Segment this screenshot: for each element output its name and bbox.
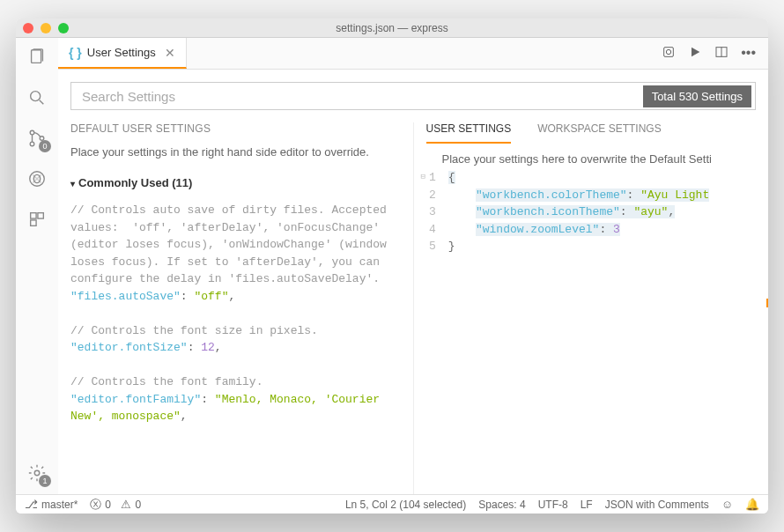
- svg-line-2: [40, 100, 44, 105]
- line-1: {: [448, 171, 455, 184]
- settings-gear-icon[interactable]: 1: [25, 461, 49, 485]
- comment-fontfamily: // Controls the font family.: [70, 373, 401, 391]
- indentation[interactable]: Spaces: 4: [478, 499, 525, 511]
- svg-rect-12: [664, 47, 674, 56]
- split-view: DEFAULT USER SETTINGS Place your setting…: [58, 122, 768, 494]
- git-branch[interactable]: ⎇master*: [25, 498, 78, 511]
- more-actions-icon[interactable]: •••: [741, 45, 756, 63]
- traffic-lights: [23, 23, 69, 33]
- minimap-indicator: [766, 299, 768, 307]
- key-autosave: "files.autoSave": [70, 290, 181, 303]
- line-gutter: ⊟1 2 3 4 5: [414, 169, 448, 255]
- encoding[interactable]: UTF-8: [538, 499, 568, 511]
- maximize-window-button[interactable]: [58, 23, 69, 33]
- branch-icon: ⎇: [25, 498, 38, 511]
- close-window-button[interactable]: [23, 23, 33, 33]
- user-settings-editor[interactable]: ⊟1 2 3 4 5 { "workbench.colorTheme": "Ay…: [414, 169, 769, 494]
- section-commonly-used[interactable]: Commonly Used (11): [70, 171, 401, 202]
- val-fontsize: 12: [201, 341, 215, 354]
- svg-point-13: [667, 49, 671, 54]
- problems[interactable]: ⓧ0 ⚠0: [90, 497, 141, 513]
- left-pane-content[interactable]: Commonly Used (11) // Controls auto save…: [58, 171, 413, 494]
- editor-group: { } User Settings ✕ ••• Total 530 Settin…: [58, 38, 768, 494]
- val-icontheme: "ayu": [633, 205, 668, 218]
- eol[interactable]: LF: [581, 499, 593, 511]
- status-bar: ⎇master* ⓧ0 ⚠0 Ln 5, Col 2 (104 selected…: [16, 494, 768, 514]
- svg-rect-0: [32, 50, 41, 63]
- activity-bar: 0 1: [16, 38, 58, 494]
- body: 0 1 { } User Settings ✕: [16, 38, 768, 494]
- braces-icon: { }: [69, 46, 82, 60]
- language-mode[interactable]: JSON with Comments: [605, 499, 709, 511]
- window-title: settings.json — express: [336, 22, 447, 34]
- val-colortheme: "Ayu Light: [640, 188, 709, 202]
- editor-lines[interactable]: { "workbench.colorTheme": "Ayu Light "wo…: [448, 169, 768, 255]
- settings-editor: Total 530 Settings DEFAULT USER SETTINGS…: [58, 70, 768, 494]
- search-icon[interactable]: [25, 85, 49, 110]
- minimize-window-button[interactable]: [41, 23, 51, 33]
- key-fontsize: "editor.fontSize": [70, 341, 188, 354]
- comment-autosave: // Controls auto save of dirty files. Ac…: [70, 202, 401, 288]
- left-pane-header: DEFAULT USER SETTINGS: [58, 122, 413, 145]
- notifications-icon[interactable]: 🔔: [745, 498, 759, 511]
- tab-workspace-settings[interactable]: WORKSPACE SETTINGS: [537, 122, 661, 144]
- left-pane-hint: Place your settings in the right hand si…: [58, 145, 413, 171]
- svg-point-11: [34, 470, 40, 476]
- right-pane-hint: Place your settings here to overwrite th…: [414, 144, 769, 169]
- tab-bar: { } User Settings ✕ •••: [58, 38, 768, 70]
- close-icon[interactable]: ✕: [165, 46, 175, 60]
- user-settings-pane: USER SETTINGS WORKSPACE SETTINGS Place y…: [414, 122, 769, 494]
- default-settings-code: // Controls auto save of dirty files. Ac…: [70, 202, 401, 425]
- tab-user-settings-right[interactable]: USER SETTINGS: [426, 122, 512, 144]
- search-input[interactable]: [71, 89, 643, 104]
- feedback-icon[interactable]: ☺: [721, 498, 733, 511]
- warning-icon: ⚠: [121, 498, 131, 511]
- split-editor-icon[interactable]: [714, 45, 729, 63]
- svg-point-4: [30, 142, 34, 146]
- titlebar: settings.json — express: [16, 18, 768, 38]
- key-icontheme: "workbench.iconTheme": [476, 205, 620, 218]
- tab-user-settings[interactable]: { } User Settings ✕: [58, 38, 187, 69]
- val-zoomlevel: 3: [613, 223, 620, 236]
- val-autosave: "off": [194, 290, 228, 303]
- explorer-icon[interactable]: [25, 45, 49, 70]
- tab-label: User Settings: [87, 46, 156, 59]
- scm-badge: 0: [39, 140, 51, 152]
- cursor-position[interactable]: Ln 5, Col 2 (104 selected): [345, 499, 466, 511]
- debug-icon[interactable]: [25, 166, 49, 191]
- fold-icon[interactable]: ⊟: [421, 172, 425, 184]
- window: settings.json — express 0 1: [16, 18, 768, 514]
- svg-rect-10: [31, 220, 36, 225]
- settings-count-badge: Total 530 Settings: [643, 85, 751, 107]
- extensions-icon[interactable]: [25, 207, 49, 232]
- error-icon: ⓧ: [90, 497, 101, 513]
- tabbar-actions: •••: [662, 45, 768, 63]
- run-icon[interactable]: [688, 45, 702, 63]
- svg-rect-9: [38, 213, 43, 218]
- comment-fontsize: // Controls the font size in pixels.: [70, 322, 401, 340]
- svg-point-1: [31, 92, 41, 101]
- key-colortheme: "workbench.colorTheme": [476, 188, 627, 202]
- search-settings-wrap: Total 530 Settings: [70, 82, 756, 110]
- svg-rect-8: [31, 213, 36, 218]
- svg-point-3: [30, 130, 34, 135]
- key-fontfamily: "editor.fontFamily": [70, 393, 201, 406]
- gear-badge: 1: [39, 475, 51, 487]
- default-settings-pane: DEFAULT USER SETTINGS Place your setting…: [58, 122, 414, 494]
- open-changes-icon[interactable]: [662, 45, 676, 63]
- key-zoomlevel: "window.zoomLevel": [476, 223, 599, 236]
- line-5: }: [448, 240, 455, 253]
- right-pane-tabs: USER SETTINGS WORKSPACE SETTINGS: [414, 122, 769, 144]
- source-control-icon[interactable]: 0: [25, 126, 49, 151]
